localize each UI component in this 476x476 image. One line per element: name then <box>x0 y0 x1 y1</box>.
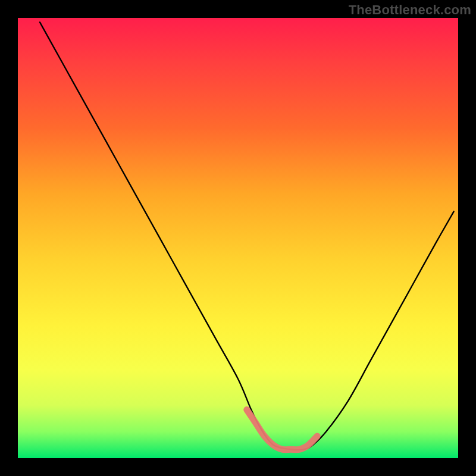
watermark-text: TheBottleneck.com <box>349 2 471 18</box>
plot-area <box>18 18 458 458</box>
bottleneck-curve-path <box>40 22 454 450</box>
optimal-band-path <box>247 410 317 450</box>
chart-overlay <box>18 18 458 458</box>
chart-frame: TheBottleneck.com <box>0 0 476 476</box>
